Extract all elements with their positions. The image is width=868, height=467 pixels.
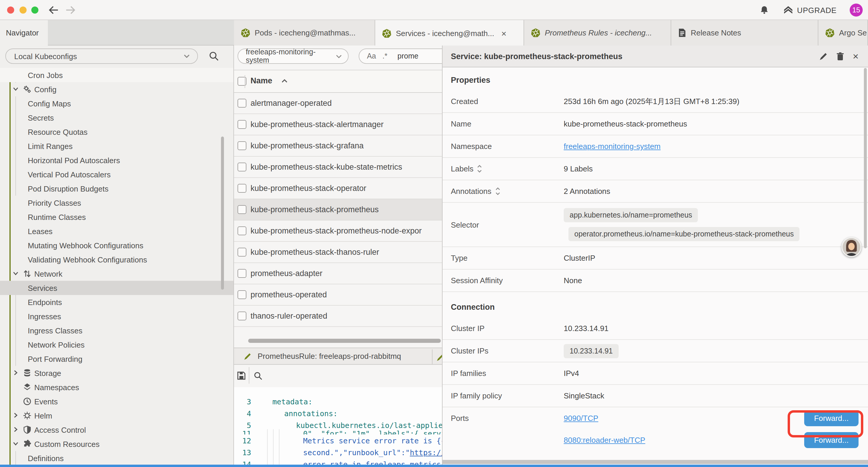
search-icon[interactable] (209, 51, 219, 61)
row-checkbox[interactable] (238, 184, 246, 193)
row-checkbox[interactable] (238, 120, 246, 129)
drawer-horizontal-scrollbar[interactable] (442, 460, 868, 464)
editor-line-4[interactable]: 4annotations: (234, 407, 442, 419)
sidebar-item-label: Pod Disruption Budgets (0, 184, 108, 193)
kubeconfig-select[interactable]: Local Kubeconfigs (5, 49, 198, 64)
notifications-bell-icon[interactable] (760, 5, 769, 15)
namespaces-icon (23, 383, 31, 391)
kubernetes-icon (241, 28, 250, 37)
navigator-scrollbar[interactable] (221, 137, 224, 290)
sidebar-item-mutating-webhook-configurations[interactable]: Mutating Webhook Configurations (0, 238, 234, 253)
chevron-right-icon[interactable] (12, 370, 20, 377)
browser-tab-2[interactable]: Services - icecheng@math...× (375, 20, 524, 46)
namespace-link[interactable]: freeleaps-monitoring-system (564, 142, 660, 151)
sidebar-item-network[interactable]: Network (0, 267, 234, 281)
sidebar-item-network-policies[interactable]: Network Policies (0, 338, 234, 352)
sidebar-item-events[interactable]: Events (0, 394, 234, 408)
sidebar-item-custom-resources[interactable]: Custom Resources (0, 437, 234, 451)
sidebar-item-leases[interactable]: Leases (0, 224, 234, 238)
sidebar-item-validating-webhook-configurations[interactable]: Validating Webhook Configurations (0, 253, 234, 267)
regex-toggle[interactable]: .* (382, 52, 388, 60)
sidebar-item-services[interactable]: Services (0, 281, 234, 295)
runbook-url-link[interactable]: https://net (410, 448, 442, 457)
sidebar-item-vertical-pod-autoscalers[interactable]: Vertical Pod Autoscalers (0, 167, 234, 181)
browser-tab-5[interactable]: Argo Se (818, 20, 868, 46)
row-checkbox[interactable] (238, 163, 246, 171)
editor-search-icon[interactable] (253, 371, 263, 381)
row-checkbox[interactable] (238, 312, 246, 320)
row-checkbox[interactable] (238, 248, 246, 257)
maximize-window-button[interactable] (31, 6, 38, 13)
sidebar-item-namespaces[interactable]: Namespaces (0, 380, 234, 394)
row-checkbox[interactable] (238, 269, 246, 278)
sort-ascending-icon[interactable] (281, 79, 288, 83)
navigator-panel-tab[interactable]: Navigator (0, 20, 48, 46)
row-checkbox[interactable] (238, 290, 246, 299)
sidebar-item-secrets[interactable]: Secrets (0, 111, 234, 125)
drawer-scrollbar[interactable] (864, 68, 867, 248)
sidebar-item-access-control[interactable]: Access Control (0, 423, 234, 437)
match-case-toggle[interactable]: Aa (367, 52, 376, 60)
save-icon[interactable] (237, 371, 246, 380)
forward-icon[interactable] (66, 5, 75, 15)
chevron-right-icon[interactable] (12, 426, 20, 433)
browser-tab-3[interactable]: Prometheus Rules - icecheng... (524, 20, 671, 46)
sidebar-item-config-maps[interactable]: Config Maps (0, 96, 234, 111)
row-checkbox[interactable] (238, 226, 246, 235)
sidebar-item-runtime-classes[interactable]: Runtime Classes (0, 210, 234, 224)
sidebar-item-resource-quotas[interactable]: Resource Quotas (0, 125, 234, 139)
editor-tab-label[interactable]: PrometheusRule: freeleaps-prod-rabbitmq (258, 352, 401, 360)
sorter-icon[interactable] (477, 165, 483, 173)
user-avatar[interactable] (841, 237, 862, 257)
editor-line-11[interactable]: 110", "for": "1m", labels":{ service": (234, 429, 442, 435)
name-column-header[interactable]: Name (251, 76, 272, 85)
edit-resource-pencil-icon[interactable] (819, 52, 828, 61)
chevron-down-icon[interactable] (12, 86, 20, 93)
sidebar-item-pod-disruption-budgets[interactable]: Pod Disruption Budgets (0, 181, 234, 196)
yaml-editor[interactable]: 3metadata:4annotations:5kubectl.kubernet… (234, 387, 442, 465)
sidebar-item-limit-ranges[interactable]: Limit Ranges (0, 139, 234, 153)
sorter-icon[interactable] (495, 187, 500, 195)
sidebar-item-config[interactable]: Config (0, 82, 234, 96)
editor-line-3[interactable]: 3metadata: (234, 396, 442, 407)
row-checkbox[interactable] (238, 141, 246, 150)
browser-tab-1[interactable]: Pods - icecheng@mathmas... (234, 20, 375, 46)
sidebar-item-priority-classes[interactable]: Priority Classes (0, 196, 234, 210)
notification-count-badge[interactable]: 15 (850, 4, 863, 17)
sidebar-item-cron-jobs[interactable]: Cron Jobs (0, 68, 234, 82)
editor-line-14[interactable]: 14error rate in freeleaps metrics ser (234, 458, 442, 465)
column-divider (245, 75, 245, 88)
sidebar-item-helm[interactable]: Helm (0, 408, 234, 423)
port-link[interactable]: 8080:reloader-web/TCP (564, 436, 645, 444)
close-drawer-icon[interactable]: × (852, 51, 859, 61)
line-number: 14 (234, 460, 251, 465)
property-label: Session Affinity (442, 276, 564, 285)
close-window-button[interactable] (7, 6, 14, 13)
sidebar-item-ingress-classes[interactable]: Ingress Classes (0, 323, 234, 338)
editor-line-12[interactable]: 12Metrics service error rate is {{ $va (234, 435, 442, 446)
chevron-right-icon[interactable] (12, 412, 20, 419)
sidebar-item-horizontal-pod-autoscalers[interactable]: Horizontal Pod Autoscalers (0, 153, 234, 167)
delete-resource-trash-icon[interactable] (836, 52, 844, 61)
port-link[interactable]: 9090/TCP (564, 414, 598, 423)
sidebar-item-ingresses[interactable]: Ingresses (0, 309, 234, 323)
editor-line-13[interactable]: 13second.","runbook_url":"https://net (234, 446, 442, 458)
upgrade-label[interactable]: UPGRADE (797, 6, 837, 14)
sidebar-item-port-forwarding[interactable]: Port Forwarding (0, 352, 234, 366)
back-icon[interactable] (49, 5, 59, 15)
upgrade-icon[interactable] (783, 5, 794, 15)
chevron-down-icon[interactable] (12, 270, 20, 277)
row-checkbox[interactable] (238, 99, 246, 108)
minimize-window-button[interactable] (20, 6, 27, 13)
list-horizontal-scrollbar[interactable] (248, 339, 441, 343)
row-checkbox[interactable] (238, 205, 246, 214)
chevron-down-icon (336, 54, 342, 58)
sidebar-item-label: Ingresses (0, 312, 61, 321)
sidebar-item-endpoints[interactable]: Endpoints (0, 295, 234, 309)
chevron-down-icon[interactable] (12, 440, 20, 447)
close-tab-icon[interactable]: × (501, 28, 507, 38)
sidebar-item-storage[interactable]: Storage (0, 366, 234, 380)
namespace-filter-select[interactable]: freeleaps-monitoring-system (238, 49, 349, 64)
sidebar-item-definitions[interactable]: Definitions (0, 451, 234, 465)
browser-tab-4[interactable]: Release Notes (671, 20, 818, 46)
